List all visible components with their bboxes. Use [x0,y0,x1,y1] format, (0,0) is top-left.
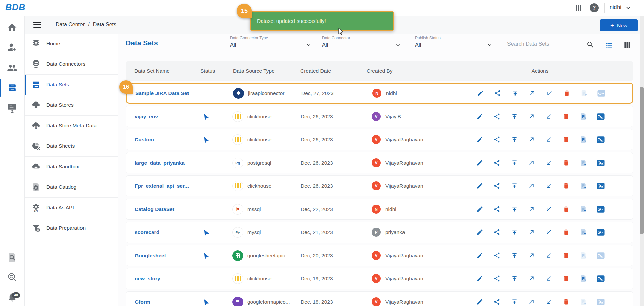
share-button[interactable] [493,298,501,306]
user-menu[interactable]: nidhi [610,4,621,10]
pull-down-left-button[interactable] [545,252,553,260]
pull-down-left-button[interactable] [545,228,553,236]
filter-value[interactable]: All [415,42,493,48]
doc-filter-button[interactable] [579,275,587,283]
search-input[interactable] [506,41,572,47]
edit-button[interactable] [476,113,484,121]
filter-data-connector[interactable]: Data Connector All [322,36,401,53]
publish-button[interactable] [510,275,518,283]
sidebar-item-data-sets[interactable]: Data Sets [24,75,118,95]
hamburger-menu-icon[interactable] [33,22,41,28]
publish-button[interactable] [510,159,518,167]
edit-button[interactable] [476,89,484,97]
share-button[interactable] [493,113,501,121]
table-row[interactable]: Googlesheet googlesheetapic... Dec, 20, … [126,245,633,266]
publish-button[interactable] [510,205,518,213]
delete-button[interactable] [562,228,570,236]
dataset-name-link[interactable]: Gform [135,292,150,306]
pull-down-left-button[interactable] [545,182,553,190]
table-row[interactable]: scorecard mysql Dec, 21, 2023 P priyanka [126,222,633,243]
doc-filter-button[interactable] [579,252,587,260]
publish-button[interactable] [510,252,518,260]
bdb-logo[interactable]: BDB [5,2,25,13]
delete-button[interactable] [562,298,570,306]
open-up-right-button[interactable] [528,298,536,306]
help-icon[interactable]: ? [590,3,599,12]
publish-button[interactable] [510,113,518,121]
filter-value[interactable]: All [322,42,401,48]
edit-button[interactable] [476,252,484,260]
open-up-right-button[interactable] [528,159,536,167]
insights-button[interactable] [597,252,605,260]
delete-button[interactable] [563,89,571,97]
sidebar-item-home[interactable]: Home [24,34,118,54]
doc-filter-button[interactable] [579,113,587,121]
apps-grid-icon[interactable] [574,4,582,12]
table-row[interactable]: Custom clickhouse Dec, 26, 2023 V Vijaya… [126,129,633,150]
open-up-right-button[interactable] [528,275,536,283]
share-button[interactable] [493,275,501,283]
sidebar-item-data-store-meta-data[interactable]: Data Store Meta Data [24,116,118,136]
edit-button[interactable] [476,275,484,283]
doc-filter-button[interactable] [579,298,587,306]
dataset-name-link[interactable]: Custom [135,129,154,150]
insights-button[interactable] [597,228,605,236]
share-button[interactable] [493,205,501,213]
pull-down-left-button[interactable] [545,275,553,283]
share-button[interactable] [493,159,501,167]
open-up-right-button[interactable] [528,228,536,236]
edit-button[interactable] [476,228,484,236]
share-button[interactable] [494,89,502,97]
dataset-name-link[interactable]: Fpr_extenal_api_ser... [135,176,189,196]
pull-down-left-button[interactable] [545,136,553,144]
sidebar-item-data-as-api[interactable]: Data As API [24,198,118,218]
insights-button[interactable] [597,275,605,283]
data-search-icon[interactable] [7,272,17,282]
publish-button[interactable] [510,136,518,144]
publish-button[interactable] [510,182,518,190]
share-button[interactable] [493,182,501,190]
delete-button[interactable] [562,182,570,190]
doc-filter-button[interactable] [580,89,588,97]
publish-button[interactable] [510,228,518,236]
insights-button[interactable] [597,136,605,144]
edit-button[interactable] [476,159,484,167]
dataset-name-link[interactable]: Sample JIRA Data Set [135,84,189,103]
search-icon[interactable] [586,41,594,49]
doc-filter-button[interactable] [579,228,587,236]
edit-button[interactable] [476,205,484,213]
insights-button[interactable] [597,182,605,190]
dataset-name-link[interactable]: Googlesheet [135,245,166,266]
open-up-right-button[interactable] [528,113,536,121]
user-settings-icon[interactable] [7,42,17,52]
sidebar-item-data-connectors[interactable]: Data Connectors [24,54,118,75]
doc-filter-button[interactable] [579,159,587,167]
open-up-right-button[interactable] [528,205,536,213]
table-row[interactable]: Sample JIRA Data Set jiraapiconnector De… [126,83,633,104]
delete-button[interactable] [562,136,570,144]
insights-button[interactable] [597,89,605,97]
sidebar-item-data-preparation[interactable]: Data Preparation [24,218,118,238]
table-row[interactable]: new_story clickhouse Dec, 19, 2023 V Vij… [126,268,633,289]
table-row[interactable]: large_data_priyanka postgresql Dec, 26, … [126,152,633,173]
insights-button[interactable] [597,159,605,167]
table-row[interactable]: Catalog DataSet mssql Dec, 22, 2023 N ni… [126,199,633,220]
open-up-right-button[interactable] [528,136,536,144]
edit-button[interactable] [476,298,484,306]
edit-button[interactable] [476,182,484,190]
doc-filter-button[interactable] [579,136,587,144]
pull-down-left-button[interactable] [545,159,553,167]
delete-button[interactable] [562,252,570,260]
open-up-right-button[interactable] [528,252,536,260]
chevron-down-icon[interactable] [305,42,312,48]
delete-button[interactable] [562,159,570,167]
filter-publish-status[interactable]: Publish Status All [415,36,493,53]
pull-down-left-button[interactable] [545,89,553,97]
grid-view-icon[interactable] [623,41,632,49]
filter-data-connector-type[interactable]: Data Connector Type All [230,36,312,53]
sidebar-item-data-catalog[interactable]: Data Catalog [24,177,118,198]
insights-button[interactable] [597,205,605,213]
table-row[interactable]: Fpr_extenal_api_ser... clickhouse Dec, 2… [126,175,633,196]
delete-button[interactable] [562,113,570,121]
scrollbar-thumb[interactable] [640,87,644,234]
